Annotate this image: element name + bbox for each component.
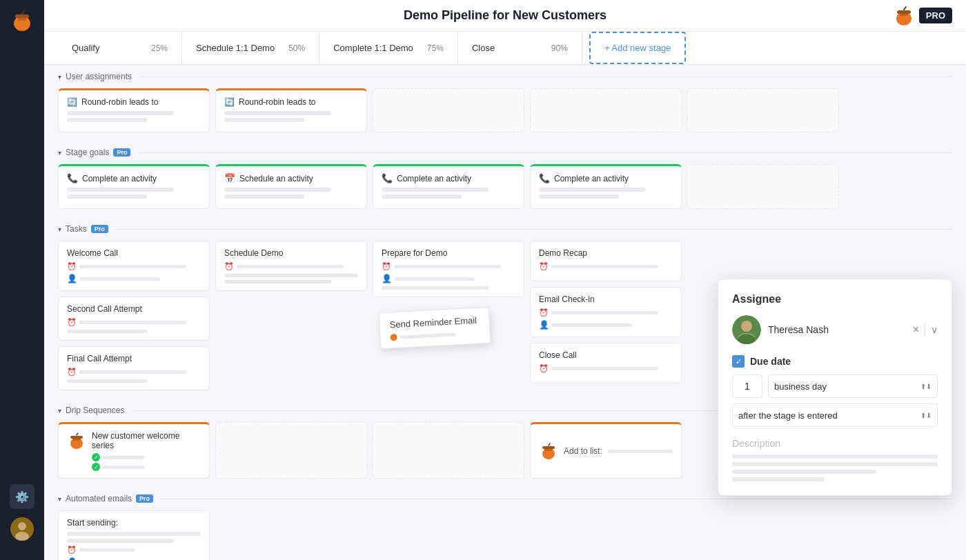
task-title-5: Prepare for Demo [382, 248, 515, 258]
header-acorn-icon [893, 5, 915, 27]
user-assignments-label: User assignments [66, 72, 132, 81]
task-prepare-demo[interactable]: Prepare for Demo ⏰ 👤 [373, 241, 524, 297]
card-line [539, 194, 619, 199]
add-stage-label: + Add new stage [604, 43, 671, 53]
goal-card-3[interactable]: 📞 Complete an activity [373, 164, 524, 209]
check-done-icon-1: ✓ [92, 453, 100, 461]
due-number-value: 1 [745, 381, 750, 392]
due-date-label: Due date [750, 356, 791, 367]
tasks-badge: Pro [91, 225, 108, 233]
pro-label: PRO [919, 8, 952, 23]
drip-empty-1 [215, 422, 367, 479]
phone-icon-1: 📞 [67, 173, 78, 183]
goal-card-empty [687, 164, 839, 209]
due-number-input[interactable]: 1 [732, 374, 762, 398]
select-chevron-icon: ⬆⬇ [920, 383, 931, 390]
drip-check-1: ✓ [92, 453, 201, 461]
clock-icon-1: ⏰ [67, 262, 77, 271]
add-list-label: Add to list: [564, 446, 602, 456]
goal-3-label: Complete an activity [397, 174, 471, 183]
card-line [67, 111, 174, 115]
add-stage-button[interactable]: + Add new stage [589, 32, 687, 64]
svg-rect-9 [897, 10, 911, 14]
svg-line-10 [904, 7, 906, 10]
drip-acorn-icon [67, 431, 86, 450]
card-line [395, 277, 475, 281]
assignment-card-2[interactable]: 🔄 Round-robin leads to [215, 88, 367, 132]
task-close-call[interactable]: Close Call ⏰ [530, 343, 682, 383]
assignee-name: Theresa Nash [768, 324, 906, 335]
goal-card-1[interactable]: 📞 Complete an activity [58, 164, 210, 209]
due-when-select[interactable]: after the stage is entered ⬆⬇ [732, 403, 938, 427]
task-name-8: Close Call [539, 350, 577, 360]
stage-complete[interactable]: Complete 1:1 Demo 75% [319, 32, 458, 64]
stage-qualify[interactable]: Qualify 25% [58, 32, 182, 64]
task-final-call[interactable]: Final Call Attempt ⏰ [58, 346, 210, 390]
due-date-checkbox[interactable]: ✓ [732, 355, 745, 368]
sync-icon: 🔄 [67, 97, 77, 107]
drip-card-qualify[interactable]: New customer welcome series ✓ ✓ [58, 422, 210, 479]
stage-schedule-percent: 50% [288, 43, 305, 53]
phone-icon-2: 📞 [382, 173, 393, 183]
automated-emails-section: ▾ Automated emails Pro Start sending: ⏰ [44, 487, 966, 560]
goal-1-label: Complete an activity [82, 174, 157, 183]
chevron-down-icon-4: ▾ [58, 407, 61, 414]
task-welcome-call[interactable]: Welcome Call ⏰ 👤 [58, 241, 210, 291]
user-avatar[interactable] [10, 517, 34, 541]
description-section: Description [732, 438, 938, 481]
card-line [79, 265, 186, 268]
card-line [224, 274, 358, 277]
clock-icon-4: ⏰ [224, 262, 234, 271]
card-line [551, 367, 658, 370]
sidebar-logo[interactable] [10, 8, 34, 36]
clock-icon-3: ⏰ [67, 368, 77, 377]
desc-line-3 [732, 470, 876, 474]
card-line [67, 539, 174, 543]
stage-qualify-percent: 25% [151, 43, 168, 53]
task-demo-recap[interactable]: Demo Recap ⏰ [530, 241, 682, 281]
select-chevron-icon-2: ⬆⬇ [920, 412, 931, 419]
sidebar: ⚙️ [0, 0, 44, 560]
task-title-8: Close Call [539, 350, 673, 360]
user-assignments-header[interactable]: ▾ User assignments [58, 72, 952, 81]
due-date-header: ✓ Due date [732, 355, 938, 368]
card-line [551, 265, 658, 268]
remove-assignee-button[interactable]: × [913, 323, 919, 336]
drip-add-list-card[interactable]: Add to list: [530, 422, 682, 479]
due-unit-select[interactable]: business day ⬆⬇ [768, 374, 938, 398]
sticky-note-text: Send Reminder Email [389, 315, 480, 330]
card-line [67, 188, 174, 192]
assignee-row: Theresa Nash × ∨ [732, 315, 938, 344]
clock-icon-6: ⏰ [539, 262, 549, 271]
due-date-controls: 1 business day ⬆⬇ [732, 374, 938, 398]
description-placeholder: Description [732, 438, 938, 449]
due-date-section: ✓ Due date 1 business day ⬆⬇ after the s… [732, 355, 938, 427]
user-assignment-cards: 🔄 Round-robin leads to 🔄 Round-robin lea… [58, 88, 952, 135]
stage-goals-header[interactable]: ▾ Stage goals Pro [58, 148, 952, 157]
svg-line-14 [77, 433, 78, 435]
card-line [224, 111, 331, 115]
user-icon-2: 👤 [382, 274, 392, 283]
tasks-header[interactable]: ▾ Tasks Pro [58, 224, 952, 234]
assignee-panel-title: Assignee [732, 293, 938, 306]
task-schedule-demo[interactable]: Schedule Demo ⏰ [215, 241, 367, 291]
phone-icon-3: 📞 [539, 173, 550, 183]
card-line [80, 277, 160, 281]
drip-name: New customer welcome series [92, 431, 201, 450]
settings-button[interactable]: ⚙️ [10, 484, 34, 509]
section-divider-3 [117, 229, 952, 230]
automated-email-card[interactable]: Start sending: ⏰ 👤 [58, 510, 210, 560]
assignment-card-1[interactable]: 🔄 Round-robin leads to [58, 88, 210, 132]
stage-close[interactable]: Close 90% [458, 32, 582, 64]
goal-card-2[interactable]: 📅 Schedule an activity [215, 164, 367, 209]
stage-goals-section: ▾ Stage goals Pro 📞 Complete an activity… [44, 141, 966, 217]
expand-assignee-button[interactable]: ∨ [931, 324, 938, 335]
stage-schedule[interactable]: Schedule 1:1 Demo 50% [182, 32, 319, 64]
task-second-call[interactable]: Second Call Attempt ⏰ [58, 297, 210, 341]
card-line [394, 265, 501, 268]
card-line [79, 370, 186, 374]
goal-card-4[interactable]: 📞 Complete an activity [530, 164, 682, 209]
user-assignments-section: ▾ User assignments 🔄 Round-robin leads t… [44, 65, 966, 141]
main-content: Demo Pipeline for New Customers PRO Qual… [44, 0, 966, 560]
task-email-checkin[interactable]: Email Check-in ⏰ 👤 [530, 287, 682, 337]
